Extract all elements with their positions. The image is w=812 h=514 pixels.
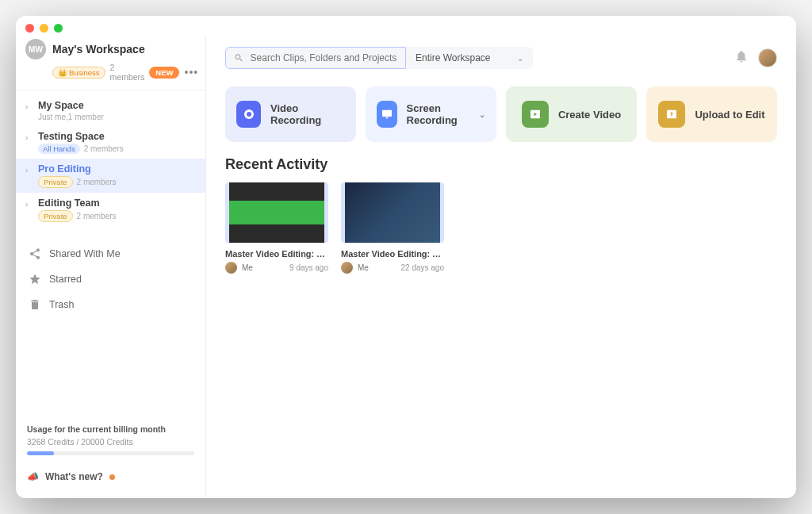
space-badge: Private xyxy=(38,210,73,222)
usage-count: 3268 Credits / 20000 Credits xyxy=(27,437,194,447)
star-icon xyxy=(29,273,41,286)
upload-icon xyxy=(658,101,685,128)
nav-label: Trash xyxy=(49,299,75,310)
space-name: Testing Space xyxy=(38,131,196,142)
usage-fill xyxy=(27,451,54,455)
spaces-list: › My Space Just me,1 member › Testing Sp… xyxy=(16,90,205,232)
clip-author: Me xyxy=(358,263,396,272)
space-badge: All Hands xyxy=(38,144,80,154)
space-name: Editing Team xyxy=(38,198,196,209)
chevron-down-icon: ⌄ xyxy=(517,54,523,63)
clip-author: Me xyxy=(242,263,285,272)
clip-item[interactable]: Master Video Editing: A... Me 9 days ago xyxy=(225,182,328,274)
create-video-card[interactable]: Create Video xyxy=(506,86,637,142)
author-avatar xyxy=(225,262,237,274)
nav-trash[interactable]: Trash xyxy=(16,292,205,317)
close-window-icon[interactable] xyxy=(25,24,34,33)
author-avatar xyxy=(341,262,353,274)
main-content: Entire Workspace ⌄ xyxy=(206,36,796,498)
recent-heading: Recent Activity xyxy=(225,156,777,173)
space-sub: Just me,1 member xyxy=(38,113,104,121)
new-badge: NEW xyxy=(149,67,179,79)
minimize-window-icon[interactable] xyxy=(40,24,48,33)
video-recording-card[interactable]: Video Recording xyxy=(225,86,356,142)
action-cards: Video Recording Screen Recording ⌄ Creat… xyxy=(206,77,796,156)
nav-starred[interactable]: Starred xyxy=(16,267,205,292)
clip-title: Master Video Editing: A... xyxy=(341,249,444,259)
space-badge: Private xyxy=(38,176,73,188)
maximize-window-icon[interactable] xyxy=(54,24,63,33)
card-label: Create Video xyxy=(558,109,621,121)
space-name: Pro Editing xyxy=(38,163,196,175)
usage-title: Usage for the current billing month xyxy=(27,424,194,434)
nav-label: Shared With Me xyxy=(49,248,121,259)
search-box[interactable] xyxy=(225,47,406,69)
space-item-my-space[interactable]: › My Space Just me,1 member xyxy=(16,95,205,126)
workspace-avatar: MW xyxy=(25,39,46,59)
nav-shared-with-me[interactable]: Shared With Me xyxy=(16,241,205,267)
camera-icon xyxy=(236,101,261,128)
chevron-down-icon: ⌄ xyxy=(479,110,485,119)
search-icon xyxy=(234,52,244,63)
space-sub: 2 members xyxy=(77,212,117,221)
bell-icon xyxy=(734,49,749,63)
search-scope-select[interactable]: Entire Workspace ⌄ xyxy=(406,47,533,69)
trash-icon xyxy=(29,298,41,311)
space-item-testing[interactable]: › Testing Space All Hands 2 members xyxy=(16,126,205,159)
workspace-menu-icon[interactable]: ••• xyxy=(184,66,198,79)
nav-label: Starred xyxy=(49,274,82,285)
svg-point-1 xyxy=(247,112,251,117)
svg-rect-3 xyxy=(385,117,388,119)
topbar: Entire Workspace ⌄ xyxy=(206,36,796,77)
workspace-header[interactable]: MW May's Workspace 👑 Business 2 members … xyxy=(16,36,205,90)
clip-age: 9 days ago xyxy=(289,263,328,272)
upload-to-edit-card[interactable]: Upload to Edit xyxy=(646,86,777,142)
card-label: Video Recording xyxy=(270,102,345,126)
svg-rect-2 xyxy=(382,110,392,117)
scope-label: Entire Workspace xyxy=(416,52,490,63)
space-sub: 2 members xyxy=(77,178,117,186)
chevron-right-icon: › xyxy=(25,166,33,175)
space-item-editing-team[interactable]: › Editing Team Private 2 members xyxy=(16,193,205,227)
space-sub: 2 members xyxy=(84,144,124,153)
chevron-right-icon: › xyxy=(25,200,33,209)
usage-bar xyxy=(27,451,194,455)
workspace-members: 2 members xyxy=(110,63,145,82)
whats-new-button[interactable]: 📣 What's new? xyxy=(16,463,205,490)
notifications-button[interactable] xyxy=(734,49,749,67)
sidebar: MW May's Workspace 👑 Business 2 members … xyxy=(16,36,206,498)
window-controls xyxy=(16,16,796,36)
user-avatar[interactable] xyxy=(758,48,777,67)
screen-recording-card[interactable]: Screen Recording ⌄ xyxy=(366,86,496,142)
notification-dot-icon xyxy=(109,474,115,480)
plan-badge: 👑 Business xyxy=(52,67,105,79)
film-icon xyxy=(522,101,549,128)
space-name: My Space xyxy=(38,100,196,111)
chevron-right-icon: › xyxy=(25,133,33,142)
clip-age: 22 days ago xyxy=(401,263,445,272)
card-label: Screen Recording xyxy=(407,102,473,126)
share-icon xyxy=(29,247,41,260)
chevron-right-icon: › xyxy=(25,102,33,111)
app-window: MW May's Workspace 👑 Business 2 members … xyxy=(16,16,796,498)
clip-item[interactable]: Master Video Editing: A... Me 22 days ag… xyxy=(341,182,444,274)
clip-title: Master Video Editing: A... xyxy=(225,249,328,259)
megaphone-icon: 📣 xyxy=(27,471,39,482)
space-item-pro-editing[interactable]: › Pro Editing Private 2 members xyxy=(16,159,205,193)
usage-block: Usage for the current billing month 3268… xyxy=(16,424,205,463)
monitor-icon xyxy=(377,101,397,128)
workspace-title: May's Workspace xyxy=(52,43,196,56)
clip-thumbnail xyxy=(225,182,328,243)
whats-new-label: What's new? xyxy=(45,471,103,482)
card-label: Upload to Edit xyxy=(695,109,764,121)
search-input[interactable] xyxy=(251,52,397,63)
recent-activity: Recent Activity Master Video Editing: A.… xyxy=(206,156,796,274)
clip-thumbnail xyxy=(341,182,444,243)
